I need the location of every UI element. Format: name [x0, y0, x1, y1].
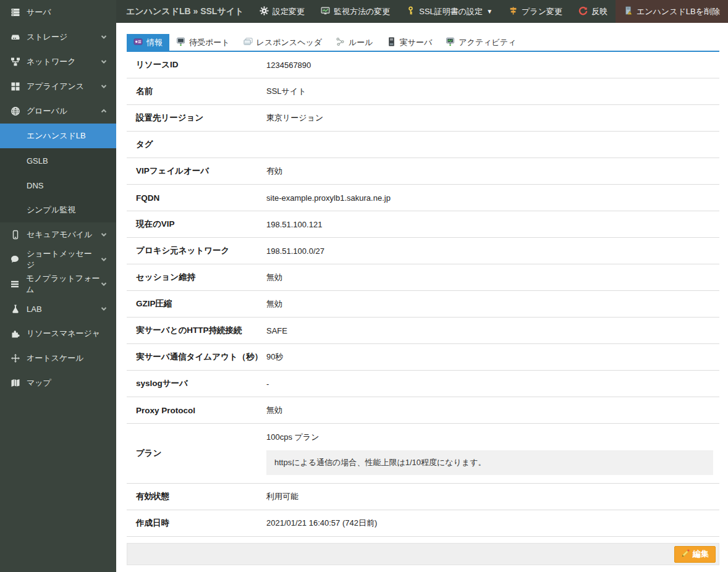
topbar-actions: 設定変更 監視方法の変更 SSL証明書の設定 ▼	[252, 0, 728, 23]
sidebar-item-label: マップ	[27, 377, 51, 389]
sidebar-item-enhanced-lb[interactable]: エンハンスドLB	[0, 124, 116, 148]
sidebar-item-simple-monitoring[interactable]: シンプル監視	[0, 198, 116, 222]
tab-info[interactable]: 情報	[127, 34, 169, 51]
row-label: FQDN	[127, 193, 266, 203]
tab-label: アクティビティ	[459, 37, 516, 48]
reflect-button[interactable]: 反映	[570, 0, 616, 23]
footer-bar: 編集	[127, 543, 719, 565]
topbar: エンハンスドLB » SSLサイト 設定変更 監視方法の変更	[116, 0, 728, 23]
row-label: 設置先リージョン	[127, 112, 266, 124]
plan-change-button[interactable]: プラン変更	[501, 0, 570, 23]
mono-platform-icon	[10, 279, 20, 290]
sidebar-item-dns[interactable]: DNS	[0, 173, 116, 198]
ssl-cert-settings-button[interactable]: SSL証明書の設定 ▼	[398, 0, 501, 23]
real-server-icon	[387, 37, 396, 48]
table-row-plan: プラン 100cps プラン httpsによる通信の場合、性能上限は1/10程度…	[127, 424, 719, 484]
chevron-down-icon	[100, 58, 108, 65]
breadcrumb: エンハンスドLB » SSLサイト	[116, 6, 243, 17]
app-window: サーバ ストレージ ネットワーク アプライアンス	[0, 0, 728, 572]
settings-change-button[interactable]: 設定変更	[252, 0, 313, 23]
content-area: 情報 待受ポート レスポンスヘッダ	[116, 23, 728, 572]
row-label: 現在のVIP	[127, 219, 266, 230]
sidebar-item-label: モノプラットフォーム	[26, 273, 100, 295]
table-row-region: 設置先リージョン 東京リージョン	[127, 105, 719, 132]
table-row-session-persistence: セッション維持 無効	[127, 264, 719, 291]
edit-button-label: 編集	[693, 549, 709, 560]
info-table: リソースID 1234567890 名前 SSLサイト 設置先リージョン 東京リ…	[127, 52, 719, 537]
sidebar-item-global[interactable]: グローバル	[0, 99, 116, 124]
sidebar-item-label: セキュアモバイル	[27, 229, 92, 240]
row-value: SSLサイト	[266, 86, 307, 97]
row-value: 東京リージョン	[266, 112, 323, 124]
sidebar-item-resource-manager[interactable]: リソースマネージャ	[0, 321, 116, 346]
tab-label: 待受ポート	[189, 37, 230, 48]
signpost-icon	[509, 6, 518, 17]
sidebar-item-mono-platform[interactable]: モノプラットフォーム	[0, 272, 116, 297]
tab-bar: 情報 待受ポート レスポンスヘッダ	[127, 34, 719, 52]
table-row-http-keepalive: 実サーバとのHTTP持続接続 SAFE	[127, 318, 719, 344]
sidebar-item-lab[interactable]: LAB	[0, 297, 116, 321]
row-label: 有効状態	[127, 491, 266, 502]
plan-value-column: 100cps プラン httpsによる通信の場合、性能上限は1/10程度になりま…	[266, 424, 719, 483]
sidebar-item-label: アプライアンス	[27, 81, 84, 92]
sidebar-submenu-global: エンハンスドLB GSLB DNS シンプル監視	[0, 124, 116, 222]
sidebar-item-storage[interactable]: ストレージ	[0, 25, 116, 49]
mobile-icon	[10, 230, 20, 240]
listen-port-icon	[176, 37, 185, 48]
tab-listen-port[interactable]: 待受ポート	[169, 34, 237, 51]
reflect-label: 反映	[591, 6, 607, 17]
sidebar-item-network[interactable]: ネットワーク	[0, 49, 116, 74]
server-icon	[10, 7, 20, 18]
sidebar-item-autoscale[interactable]: オートスケール	[0, 346, 116, 371]
chat-icon	[10, 254, 20, 265]
delete-server-warning-icon	[624, 6, 633, 17]
delete-enhanced-lb-button[interactable]: エンハンスドLBを削除	[616, 0, 728, 23]
chevron-down-icon	[100, 83, 108, 90]
row-value: 無効	[266, 298, 282, 309]
plan-notice: httpsによる通信の場合、性能上限は1/10程度になります。	[266, 450, 713, 475]
storage-icon	[10, 32, 20, 43]
tab-rule[interactable]: ルール	[329, 34, 380, 51]
sidebar-item-label: ショートメッセージ	[27, 248, 100, 271]
table-row-proxy-network: プロキシ元ネットワーク 198.51.100.0/27	[127, 238, 719, 264]
row-label: Proxy Protocol	[127, 406, 266, 415]
sidebar-item-map[interactable]: マップ	[0, 371, 116, 395]
sidebar-item-gslb[interactable]: GSLB	[0, 148, 116, 173]
sidebar-item-server[interactable]: サーバ	[0, 0, 116, 25]
tab-response-header[interactable]: レスポンスヘッダ	[237, 34, 329, 51]
table-row-timeout: 実サーバ通信タイムアウト（秒） 90秒	[127, 344, 719, 371]
sidebar-item-appliance[interactable]: アプライアンス	[0, 74, 116, 99]
table-row-fqdn: FQDN site-example.proxylb1.sakura.ne.jp	[127, 185, 719, 211]
chevron-down-icon	[100, 305, 108, 313]
key-icon	[406, 6, 415, 17]
row-label: 実サーバ通信タイムアウト（秒）	[127, 351, 266, 363]
tab-label: 情報	[146, 37, 163, 48]
row-label: GZIP圧縮	[127, 298, 266, 309]
map-icon	[10, 378, 20, 389]
sidebar-item-label: ネットワーク	[27, 56, 76, 67]
sidebar-item-short-message[interactable]: ショートメッセージ	[0, 247, 116, 272]
row-value: 有効	[266, 166, 282, 177]
monitoring-change-button[interactable]: 監視方法の変更	[313, 0, 398, 23]
sidebar-item-secure-mobile[interactable]: セキュアモバイル	[0, 222, 116, 247]
edit-button[interactable]: 編集	[674, 546, 716, 563]
chevron-up-icon	[100, 107, 108, 115]
tab-activity[interactable]: アクティビティ	[439, 34, 523, 51]
dropdown-caret-icon: ▼	[486, 8, 493, 15]
plan-value: 100cps プラン	[266, 432, 713, 443]
main-area: エンハンスドLB » SSLサイト 設定変更 監視方法の変更	[116, 0, 728, 572]
monitor-chart-icon	[321, 6, 330, 17]
table-row-created-at: 作成日時 2021/01/21 16:40:57 (742日前)	[127, 510, 719, 537]
sidebar-item-label: エンハンスドLB	[27, 130, 86, 141]
row-value: 利用可能	[266, 491, 298, 502]
sidebar-item-label: サーバ	[27, 7, 51, 18]
sidebar-item-label: リソースマネージャ	[27, 328, 100, 339]
row-label: セッション維持	[127, 272, 266, 283]
network-icon	[10, 57, 20, 67]
row-label: 作成日時	[127, 518, 266, 529]
chevron-down-icon	[100, 280, 108, 288]
tab-real-server[interactable]: 実サーバ	[380, 34, 439, 51]
row-value: 1234567890	[266, 61, 311, 70]
tab-label: ルール	[349, 37, 373, 48]
sidebar: サーバ ストレージ ネットワーク アプライアンス	[0, 0, 116, 572]
